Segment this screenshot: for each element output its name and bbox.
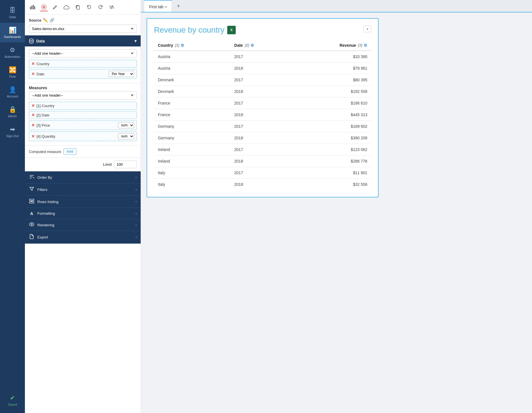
dimensions-area: --Add one header-- ✕ Country ✕ Date Per …	[25, 46, 141, 83]
chart-options-button[interactable]: ▾	[363, 25, 371, 32]
nav-item-account[interactable]: 👤 Account	[0, 82, 25, 102]
sidebar: Source ✏️ 🔗 Sales-demo-en.xlsx Data ▾ --…	[25, 0, 141, 413]
settings-button[interactable]	[39, 2, 49, 12]
remove-measure-4-button[interactable]: ✕	[31, 134, 35, 139]
cell-revenue: $169 602	[292, 121, 371, 132]
accordion-export[interactable]: Export ›	[25, 231, 141, 244]
table-row: Italy 2018 $32 556	[154, 179, 371, 190]
rows-folding-icon	[29, 199, 35, 205]
cell-country: Italy	[154, 179, 230, 190]
chart-card: Revenue by country X ▾ Country [1] ⚙	[147, 18, 379, 197]
quantity-agg-select[interactable]: sumavgminmax	[118, 133, 134, 139]
cell-date: 2018	[230, 63, 292, 74]
chart-area: Revenue by country X ▾ Country [1] ⚙	[141, 12, 532, 413]
nav-label-sign-out: Sign-Out	[6, 134, 18, 138]
computed-measure-label: Computed measure	[29, 150, 61, 154]
tab-first-label: First tab	[149, 5, 164, 9]
source-section: Source ✏️ 🔗 Sales-demo-en.xlsx	[25, 14, 141, 35]
cell-date: 2018	[230, 109, 292, 121]
svg-point-12	[29, 223, 34, 226]
remove-date-button[interactable]: ✕	[31, 72, 35, 76]
automation-icon: ⚙	[10, 46, 15, 54]
measure-tag-1: ✕ [1] Country	[29, 102, 137, 110]
col-country-gear-icon[interactable]: ⚙	[181, 43, 184, 48]
date-granularity-select[interactable]: Per Year Per Month Per Day	[109, 71, 134, 77]
admin-icon: 🔒	[9, 106, 16, 113]
excel-icon: X	[227, 26, 236, 34]
add-tab-button[interactable]: +	[174, 1, 183, 11]
arrows-button[interactable]	[107, 2, 117, 12]
table-row: Germany 2017 $169 602	[154, 121, 371, 132]
cell-date: 2017	[230, 167, 292, 179]
toolbar	[25, 0, 141, 14]
cell-date: 2017	[230, 74, 292, 86]
col-country-label: Country	[158, 43, 173, 48]
cell-date: 2018	[230, 86, 292, 97]
remove-measure-3-button[interactable]: ✕	[31, 123, 35, 127]
accordion-order-by[interactable]: Order By ›	[25, 171, 141, 184]
col-date-gear-icon[interactable]: ⚙	[250, 43, 254, 48]
table-row: Ireland 2017 $123 062	[154, 144, 371, 156]
chart-title-row: Revenue by country X ▾	[154, 25, 371, 35]
price-agg-select[interactable]: sumavgminmax	[118, 122, 134, 128]
nav-item-admin[interactable]: 🔒 Admin	[0, 102, 25, 122]
svg-point-13	[31, 224, 33, 225]
sign-out-icon: ➡	[10, 126, 15, 133]
nav-item-flow[interactable]: 🔀 Flow	[0, 62, 25, 82]
accordion-filters[interactable]: Filters ›	[25, 184, 141, 196]
measures-add-header[interactable]: --Add one header--	[29, 91, 137, 99]
pencil-button[interactable]	[50, 2, 60, 12]
measure-2-label: [2] Date	[37, 113, 134, 117]
add-computed-button[interactable]: Add	[63, 148, 76, 155]
cell-revenue: $80 395	[292, 74, 371, 86]
undo-button[interactable]	[84, 2, 94, 12]
cell-revenue: $33 390	[292, 51, 371, 63]
cell-country: Denmark	[154, 86, 230, 97]
col-revenue-gear-icon[interactable]: ⚙	[364, 43, 367, 48]
source-edit-icon[interactable]: ✏️	[43, 18, 48, 22]
redo-button[interactable]	[96, 2, 105, 12]
table-row: Austria 2018 $79 961	[154, 63, 371, 74]
dimension-tag-date: ✕ Date Per Year Per Month Per Day	[29, 69, 137, 79]
tab-dropdown-icon[interactable]: ▾	[165, 5, 167, 8]
col-revenue-label: Revenue	[340, 43, 356, 48]
nav-item-automation[interactable]: ⚙ Automation	[0, 42, 25, 62]
tab-first[interactable]: First tab ▾	[144, 0, 172, 12]
accordion-formatting[interactable]: A Formatting ›	[25, 208, 141, 219]
filters-label: Filters	[37, 188, 133, 192]
cell-revenue: $123 062	[292, 144, 371, 156]
measure-1-label: [1] Country	[37, 104, 134, 108]
remove-measure-2-button[interactable]: ✕	[31, 113, 35, 117]
left-nav: 🗄 Data 📊 Dashboards ⚙ Automation 🔀 Flow …	[0, 0, 25, 413]
measure-tag-2: ✕ [2] Date	[29, 111, 137, 119]
bar-chart-button[interactable]	[28, 2, 37, 12]
measures-label: Measures	[25, 83, 141, 91]
col-date-label: Date	[234, 43, 243, 48]
limit-input[interactable]	[114, 161, 137, 168]
cell-country: France	[154, 97, 230, 109]
table-row: France 2017 $186 610	[154, 97, 371, 109]
accordion-rows-folding[interactable]: Rows folding ›	[25, 196, 141, 208]
saved-check-icon: ✔	[10, 394, 15, 402]
remove-country-button[interactable]: ✕	[31, 61, 35, 66]
nav-item-dashboards[interactable]: 📊 Dashboards	[0, 23, 25, 42]
cell-date: 2017	[230, 51, 292, 63]
nav-label-saved: Saved	[8, 403, 17, 406]
accordion-rendering[interactable]: Rendering ›	[25, 219, 141, 231]
nav-item-data[interactable]: 🗄 Data	[0, 3, 25, 23]
copy-button[interactable]	[73, 2, 83, 12]
data-section-collapse-icon[interactable]: ▾	[134, 38, 137, 44]
formatting-label: Formatting	[37, 211, 133, 216]
cell-revenue: $32 556	[292, 179, 371, 190]
data-section-header[interactable]: Data ▾	[25, 35, 141, 46]
source-link-icon[interactable]: 🔗	[50, 18, 54, 22]
cloud-button[interactable]	[62, 2, 71, 12]
dimensions-add-header[interactable]: --Add one header--	[29, 49, 137, 58]
nav-item-sign-out[interactable]: ➡ Sign-Out	[0, 122, 25, 142]
source-select[interactable]: Sales-demo-en.xlsx	[29, 25, 137, 33]
table-row: France 2018 $445 313	[154, 109, 371, 121]
date-tag-label: Date	[37, 72, 109, 76]
remove-measure-1-button[interactable]: ✕	[31, 103, 35, 108]
cell-country: Ireland	[154, 156, 230, 167]
svg-rect-10	[29, 199, 34, 201]
